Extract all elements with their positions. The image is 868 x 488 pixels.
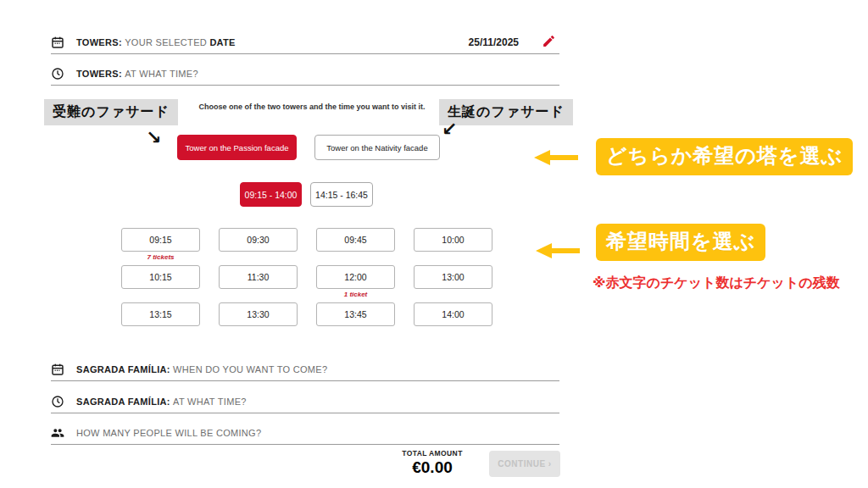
arrow-to-passion-icon: ↘ (146, 129, 161, 147)
time-range-other-button[interactable]: 14:15 - 16:45 (310, 182, 373, 207)
clock-icon (51, 395, 64, 408)
time-slot-1315[interactable]: 13:15 (121, 302, 200, 326)
choose-tower-annotation: どちらか希望の塔を選ぶ (596, 138, 853, 175)
yellow-left-arrow-icon (536, 242, 580, 259)
towers-time-label: TOWERS: AT WHAT TIME? (76, 69, 198, 79)
towers-time-row[interactable]: TOWERS: AT WHAT TIME? (51, 62, 559, 86)
passion-facade-jp-label: 受難のファサード (44, 99, 178, 125)
remaining-tickets-annotation: ※赤文字のチケット数はチケットの残数 (593, 274, 840, 292)
nativity-facade-jp-label: 生誕のファサード (439, 99, 573, 125)
time-slot-0945[interactable]: 09:45 (316, 228, 395, 252)
people-icon (51, 426, 64, 440)
total-amount-label: TOTAL AMOUNT (381, 449, 483, 458)
clock-icon (51, 67, 64, 80)
time-slot-grid: 09:157 tickets 09:30 09:45 10:00 10:15 1… (121, 228, 492, 326)
towers-date-label: TOWERS: YOUR SELECTED DATE (76, 37, 236, 47)
slot-ticket-note: 1 ticket (317, 291, 394, 298)
edit-date-pencil-icon[interactable] (542, 34, 556, 48)
time-slot-1015[interactable]: 10:15 (121, 265, 200, 289)
towers-date-row[interactable]: TOWERS: YOUR SELECTED DATE 25/11/2025 (51, 30, 559, 54)
total-amount-value: €0.00 (381, 458, 483, 477)
slot-ticket-note: 7 tickets (122, 253, 199, 261)
time-slot-1130[interactable]: 11:30 (219, 265, 298, 289)
passion-tower-button[interactable]: Tower on the Passion facade (177, 135, 297, 160)
booking-page: TOWERS: YOUR SELECTED DATE 25/11/2025 TO… (0, 0, 868, 488)
continue-button[interactable]: CONTINUE › (489, 451, 560, 477)
sagrada-date-label: SAGRADA FAMÍLIA: WHEN DO YOU WANT TO COM… (76, 364, 327, 374)
time-slot-1300[interactable]: 13:00 (414, 265, 492, 289)
time-range-selected-button[interactable]: 09:15 - 14:00 (240, 182, 302, 207)
time-slot-0915[interactable]: 09:157 tickets (121, 228, 200, 252)
time-slot-1200[interactable]: 12:001 ticket (316, 265, 395, 289)
time-slot-1000[interactable]: 10:00 (414, 228, 492, 252)
calendar-icon (51, 363, 64, 376)
sagrada-time-label: SAGRADA FAMÍLIA: AT WHAT TIME? (76, 396, 247, 407)
people-count-row[interactable]: HOW MANY PEOPLE WILL BE COMING? (51, 421, 559, 445)
selected-date-value: 25/11/2025 (469, 36, 519, 48)
yellow-left-arrow-icon (534, 149, 578, 166)
people-count-label: HOW MANY PEOPLE WILL BE COMING? (76, 428, 261, 438)
sagrada-time-row[interactable]: SAGRADA FAMÍLIA: AT WHAT TIME? (51, 390, 559, 413)
total-amount: TOTAL AMOUNT €0.00 (381, 449, 483, 477)
tower-instruction-text: Choose one of the two towers and the tim… (188, 103, 436, 112)
time-slot-1330[interactable]: 13:30 (219, 302, 298, 326)
time-slot-1400[interactable]: 14:00 (414, 302, 492, 326)
arrow-to-nativity-icon: ↙ (442, 120, 457, 139)
time-slot-1345[interactable]: 13:45 (316, 302, 395, 326)
time-slot-0930[interactable]: 09:30 (219, 228, 298, 252)
sagrada-date-row[interactable]: SAGRADA FAMÍLIA: WHEN DO YOU WANT TO COM… (51, 358, 559, 381)
choose-time-annotation: 希望時間を選ぶ (596, 224, 765, 261)
nativity-tower-button[interactable]: Tower on the Nativity facade (314, 135, 440, 160)
calendar-icon (51, 36, 64, 49)
